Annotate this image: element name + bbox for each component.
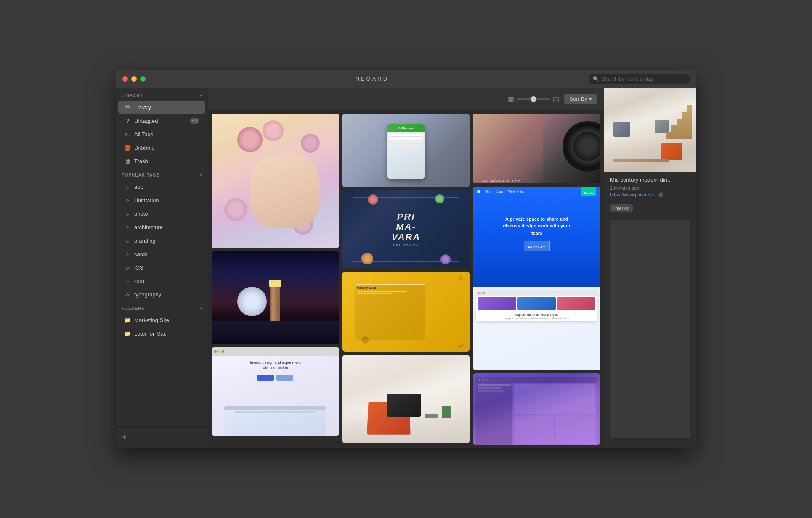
sidebar-footer: + — [116, 426, 208, 448]
right-panel: Mid century modern din... 2 minutes ago … — [604, 88, 696, 448]
library-section-label: LIBRARY — [122, 93, 143, 98]
sidebar-tag-ios[interactable]: ◇ iOS — [118, 261, 205, 274]
sidebar-tag-typography-label: typography — [134, 291, 199, 298]
library-icon: 🏛 — [124, 104, 131, 111]
sidebar-tag-branding[interactable]: ◇ branding — [118, 234, 205, 247]
folders-arrow: ▾ — [200, 306, 202, 311]
tag-illustration-icon: ◇ — [124, 197, 131, 204]
view-controls: ▦ ▤ — [508, 95, 559, 103]
tag-icon-icon: ◇ — [124, 278, 131, 284]
notes-area[interactable] — [610, 220, 690, 438]
tag-interior[interactable]: interior — [610, 204, 633, 212]
gallery-item-album-cover[interactable]: I AM NOONIE BAO — [473, 114, 600, 183]
app-window: INBOARD 🔍 LIBRARY ▾ 🏛 Library ? Untagged… — [116, 70, 696, 448]
sidebar-tag-branding-label: branding — [134, 238, 199, 244]
gallery-column-3: I AM NOONIE BAO Tour Apps We're Hiring — [473, 114, 600, 445]
sort-button-label: Sort By — [569, 96, 587, 102]
minimize-button[interactable] — [131, 76, 137, 82]
sidebar-item-all-tags-label: All Tags — [134, 131, 199, 137]
folders-section-label: FOLDERS — [122, 306, 145, 311]
sidebar-item-dribbble[interactable]: 🏀 Dribbble — [118, 141, 205, 154]
sidebar-tag-ios-label: iOS — [134, 264, 199, 271]
tag-app-icon: ◇ — [124, 183, 131, 190]
gallery-item-yellow-flat[interactable]: Monday.31/12 11° — [342, 272, 470, 352]
sidebar-tag-illustration[interactable]: ◇ illustration — [118, 194, 205, 206]
main-layout: LIBRARY ▾ 🏛 Library ? Untagged 60 🏷 All … — [116, 88, 696, 448]
sidebar-folder-later[interactable]: 📁 Later for Mac — [118, 327, 205, 340]
library-section-arrow: ▾ — [200, 93, 202, 98]
search-input[interactable] — [602, 76, 685, 82]
tag-architecture-icon: ◇ — [124, 224, 131, 230]
preview-url-text: https://www.pinterest... — [610, 192, 657, 197]
traffic-lights — [122, 76, 146, 82]
content-area: ▦ ▤ Sort By ▾ — [208, 88, 604, 448]
popular-tags-section-label: POPULAR TAGS — [122, 173, 160, 177]
sidebar-folder-later-label: Later for Mac — [134, 330, 199, 337]
sidebar-tag-architecture-label: architecture — [134, 224, 199, 230]
grid-view-icon[interactable]: ▦ — [508, 95, 514, 103]
gallery-column-1: Invent, design and experimentwith intera… — [212, 114, 339, 445]
sidebar-tag-typography[interactable]: ◇ typography — [118, 288, 205, 301]
tag-photo-icon: ◇ — [124, 210, 131, 217]
list-view-icon[interactable]: ▤ — [553, 95, 559, 103]
sidebar-folder-marketing-label: Marketing Site — [134, 317, 199, 323]
sidebar-item-library[interactable]: 🏛 Library — [118, 101, 205, 114]
app-title: INBOARD — [152, 76, 589, 82]
close-button[interactable] — [122, 76, 128, 82]
sidebar-item-untagged-label: Untagged — [134, 118, 186, 124]
gallery-column-2: Call Recorder — [342, 114, 470, 445]
folder-marketing-icon: 📁 — [124, 317, 131, 323]
search-icon: 🔍 — [593, 76, 599, 82]
sort-button[interactable]: Sort By ▾ — [564, 94, 597, 104]
sidebar-tag-photo-label: photo — [134, 211, 199, 217]
preview-title: Mid century modern din... — [604, 172, 696, 185]
gallery-item-lighthouse[interactable] — [212, 251, 339, 344]
sidebar-tag-photo[interactable]: ◇ photo — [118, 207, 205, 220]
gallery-item-design-tool[interactable] — [473, 373, 600, 445]
gallery-item-phone-app[interactable]: Call Recorder — [342, 114, 470, 187]
all-tags-icon: 🏷 — [124, 131, 131, 137]
zoom-slider[interactable] — [517, 98, 550, 100]
gallery: Invent, design and experimentwith intera… — [208, 110, 604, 448]
folders-section-header: FOLDERS ▾ — [116, 301, 208, 313]
popular-tags-arrow: ▾ — [200, 173, 202, 177]
sidebar-item-untagged[interactable]: ? Untagged 60 — [118, 114, 205, 127]
tag-typography-icon: ◇ — [124, 291, 131, 298]
preview-image-container — [604, 88, 696, 172]
preview-time: 2 minutes ago — [604, 185, 696, 191]
sidebar-tag-app-label: app — [134, 184, 199, 190]
gallery-item-floral-type[interactable]: PRI MA- VARA FRUMOASA — [342, 190, 470, 268]
search-bar[interactable]: 🔍 — [589, 74, 690, 84]
sidebar-tag-cards[interactable]: ◇ cards — [118, 248, 205, 260]
tag-cards-icon: ◇ — [124, 251, 131, 257]
gallery-item-office-desk[interactable] — [342, 355, 470, 443]
sidebar-tag-icon-label: icon — [134, 278, 199, 284]
sidebar: LIBRARY ▾ 🏛 Library ? Untagged 60 🏷 All … — [116, 88, 208, 448]
tags-section: interior — [604, 201, 696, 217]
popular-tags-section-header: POPULAR TAGS ▾ — [116, 168, 208, 180]
external-link-icon — [658, 192, 663, 197]
toolbar: ▦ ▤ Sort By ▾ — [208, 88, 604, 110]
folder-later-icon: 📁 — [124, 330, 131, 337]
sidebar-tag-architecture[interactable]: ◇ architecture — [118, 221, 205, 233]
maximize-button[interactable] — [140, 76, 146, 82]
sidebar-tag-icon[interactable]: ◇ icon — [118, 275, 205, 287]
sidebar-item-all-tags[interactable]: 🏷 All Tags — [118, 128, 205, 140]
preview-url[interactable]: https://www.pinterest... — [604, 191, 696, 201]
untagged-icon: ? — [124, 117, 131, 124]
trash-icon: 🗑 — [124, 158, 131, 164]
untagged-badge: 60 — [190, 118, 199, 124]
sidebar-item-trash[interactable]: 🗑 Trash — [118, 155, 205, 167]
tag-branding-icon: ◇ — [124, 237, 131, 244]
sort-arrow-icon: ▾ — [589, 96, 592, 102]
gallery-item-blue-app[interactable]: Tour Apps We're Hiring Sign Up A private… — [473, 187, 600, 370]
sidebar-folder-marketing[interactable]: 📁 Marketing Site — [118, 314, 205, 326]
gallery-item-web-design[interactable]: Invent, design and experimentwith intera… — [212, 347, 339, 436]
add-button[interactable]: + — [122, 433, 127, 442]
gallery-item-woman-flowers[interactable] — [212, 114, 339, 248]
library-section-header: LIBRARY ▾ — [116, 88, 208, 100]
sidebar-tag-illustration-label: illustration — [134, 197, 199, 204]
sidebar-tag-cards-label: cards — [134, 251, 199, 257]
tag-ios-icon: ◇ — [124, 264, 131, 271]
sidebar-tag-app[interactable]: ◇ app — [118, 180, 205, 193]
